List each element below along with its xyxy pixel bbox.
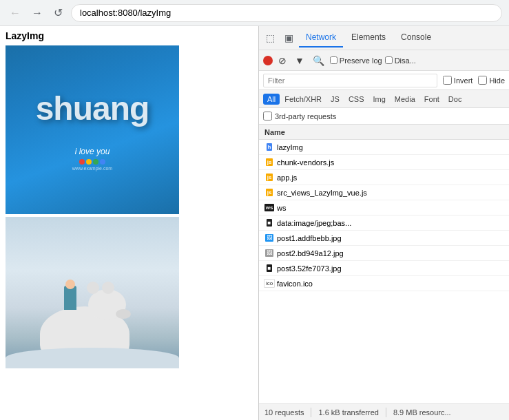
third-party-label[interactable]: 3rd-party requests bbox=[263, 112, 336, 120]
type-btn-js[interactable]: JS bbox=[326, 94, 344, 105]
main-area: LazyImg shuang i love you www.example.co… bbox=[0, 26, 509, 420]
preserve-log-checkbox[interactable] bbox=[330, 56, 337, 64]
fav-icon: ico bbox=[264, 279, 274, 288]
inspector-icon-button[interactable]: ⬚ bbox=[262, 30, 279, 46]
type-btn-media[interactable]: Media bbox=[391, 94, 419, 105]
forward-button[interactable]: → bbox=[29, 6, 45, 21]
device-mode-button[interactable]: ▣ bbox=[280, 30, 298, 46]
type-btn-font[interactable]: Font bbox=[420, 94, 444, 105]
table-row[interactable]: 🖼 post1.addfbebb.jpg bbox=[259, 231, 509, 246]
browser-toolbar: ← → ↺ bbox=[0, 0, 509, 26]
reload-button[interactable]: ↺ bbox=[51, 5, 65, 21]
table-row[interactable]: js app.js bbox=[259, 170, 509, 185]
type-btn-css[interactable]: CSS bbox=[344, 94, 368, 105]
tab-console[interactable]: Console bbox=[394, 28, 438, 48]
third-party-checkbox[interactable] bbox=[263, 112, 272, 120]
js-icon: js bbox=[264, 188, 274, 198]
lazy-image-2 bbox=[6, 217, 179, 368]
html-icon: h bbox=[264, 143, 274, 152]
column-header: Name bbox=[259, 125, 509, 140]
table-row[interactable]: h lazyImg bbox=[259, 140, 509, 155]
transferred-size: 1.6 kB transferred bbox=[318, 408, 378, 417]
disable-cache-label[interactable]: Disa... bbox=[385, 56, 416, 65]
js-icon: js bbox=[264, 158, 274, 167]
status-separator2 bbox=[386, 408, 386, 417]
table-row[interactable]: 🖼 post2.bd949a12.jpg bbox=[259, 246, 509, 261]
invert-checkbox[interactable] bbox=[443, 76, 452, 85]
js-icon: js bbox=[264, 173, 274, 182]
type-btn-doc[interactable]: Doc bbox=[444, 94, 466, 105]
third-party-row: 3rd-party requests bbox=[259, 108, 509, 125]
img1-main-text: shuang bbox=[36, 90, 149, 127]
address-bar[interactable] bbox=[71, 4, 502, 22]
img1-small-text: www.example.com bbox=[72, 166, 112, 171]
type-btn-img[interactable]: Img bbox=[369, 94, 390, 105]
data-icon: ■ bbox=[264, 218, 274, 228]
img-icon: 🖼 bbox=[264, 233, 274, 243]
table-row[interactable]: ■ data:image/jpeg;bas... bbox=[259, 216, 509, 231]
back-button[interactable]: ← bbox=[7, 6, 23, 21]
type-filter-row: All Fetch/XHR JS CSS Img Media Font Doc bbox=[259, 90, 509, 108]
hide-label[interactable]: Hide bbox=[478, 76, 505, 85]
page-preview: LazyImg shuang i love you www.example.co… bbox=[0, 26, 258, 420]
img-icon: ■ bbox=[264, 264, 274, 273]
devtools-toolbar: ⊘ ▼ 🔍 Preserve log Disa... bbox=[259, 50, 509, 71]
table-row[interactable]: js chunk-vendors.js bbox=[259, 155, 509, 170]
tab-elements[interactable]: Elements bbox=[344, 28, 393, 48]
table-row[interactable]: ico favicon.ico bbox=[259, 276, 509, 291]
requests-count: 10 requests bbox=[264, 408, 304, 417]
type-btn-fetchxhr[interactable]: Fetch/XHR bbox=[280, 94, 326, 105]
table-row[interactable]: ■ post3.52fe7073.jpg bbox=[259, 261, 509, 276]
ws-icon: ws bbox=[264, 203, 274, 213]
resources-size: 8.9 MB resourc... bbox=[393, 408, 451, 417]
devtools-panel: ⬚ ▣ Network Elements Console ⊘ ▼ 🔍 Prese… bbox=[258, 26, 509, 420]
type-btn-all[interactable]: All bbox=[263, 94, 280, 105]
search-button[interactable]: 🔍 bbox=[310, 54, 327, 67]
status-separator bbox=[311, 408, 311, 417]
filter-button[interactable]: ▼ bbox=[292, 54, 307, 67]
page-title: LazyImg bbox=[0, 26, 258, 45]
record-button[interactable] bbox=[263, 56, 273, 65]
img1-icons bbox=[79, 159, 105, 165]
devtools-tabs: ⬚ ▣ Network Elements Console bbox=[259, 26, 509, 50]
invert-label[interactable]: Invert bbox=[443, 76, 473, 85]
filter-input[interactable] bbox=[263, 74, 437, 87]
img1-subtitle: i love you bbox=[75, 147, 110, 156]
disable-cache-checkbox[interactable] bbox=[385, 56, 393, 64]
table-row[interactable]: js src_views_LazyImg_vue.js bbox=[259, 185, 509, 200]
image-container: shuang i love you www.example.com bbox=[0, 45, 258, 368]
tab-network[interactable]: Network bbox=[299, 28, 343, 48]
img-icon: 🖼 bbox=[264, 249, 274, 258]
table-row[interactable]: ws ws bbox=[259, 200, 509, 216]
network-table: h lazyImg js chunk-vendors.js js app.js … bbox=[259, 140, 509, 403]
status-bar: 10 requests 1.6 kB transferred 8.9 MB re… bbox=[259, 403, 509, 420]
lazy-image-1: shuang i love you www.example.com bbox=[6, 45, 179, 214]
preserve-log-label[interactable]: Preserve log bbox=[330, 56, 382, 65]
stop-button[interactable]: ⊘ bbox=[276, 54, 289, 67]
hide-checkbox[interactable] bbox=[478, 76, 487, 85]
filter-row: Invert Hide bbox=[259, 71, 509, 90]
